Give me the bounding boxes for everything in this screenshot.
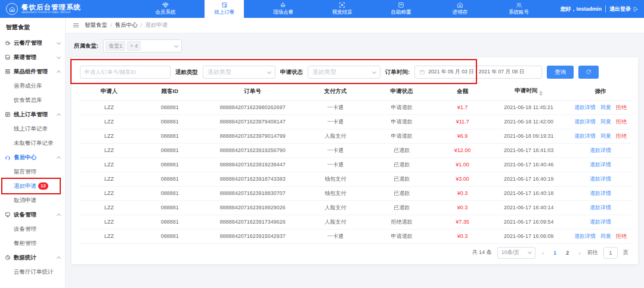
- top-nav-label: 视觉结算: [332, 9, 352, 16]
- action-link[interactable]: 拒绝: [616, 233, 627, 239]
- order-time-range-picker[interactable]: 2021 年 05 月 03 日 - 2021 年 07 月 08 日: [414, 66, 542, 79]
- table-row: LZZ0888818888842071623918830707钱包支付已退款¥0…: [79, 186, 631, 200]
- top-nav-item[interactable]: 视觉结算: [323, 0, 362, 18]
- next-page-button[interactable]: ›: [577, 249, 582, 256]
- sidebar-item[interactable]: 未取餐订单记录: [0, 136, 65, 150]
- cell-pay-method: 一卡通: [305, 143, 366, 157]
- sidebar-item[interactable]: 饮食禁忌库: [0, 93, 65, 107]
- chevron-down-icon: [57, 54, 61, 58]
- action-link[interactable]: 退款详情: [590, 162, 611, 168]
- action-link[interactable]: 退款详情: [574, 119, 596, 125]
- cell-amount: ¥1.00: [438, 157, 487, 172]
- sort-icon[interactable]: [539, 91, 543, 96]
- sidebar-item[interactable]: 餐柜管理: [0, 236, 65, 250]
- apply-status-select[interactable]: 退款类型: [308, 66, 380, 79]
- cell-order-no: 8888842071623918830707: [200, 186, 305, 200]
- column-header: 操作: [570, 83, 631, 100]
- chevron-down-icon: [267, 69, 271, 73]
- user-area: 您好，testadmin 退出登录: [554, 0, 644, 18]
- cell-time: 2021-06-17 16:40:18: [487, 186, 570, 200]
- breadcrumb-bar: 智慧食堂/售后中心/退款申请: [66, 18, 644, 33]
- refund-card: 退款类型 退款类型 申请状态 退款类型 订单时间: 2021 年 05 月 03…: [72, 57, 638, 264]
- column-header: 申请状态: [366, 83, 438, 100]
- sidebar-item[interactable]: 留言管理: [0, 165, 65, 179]
- cell-order-no: 8888842071623979408147: [200, 114, 305, 129]
- action-link[interactable]: 拒绝: [616, 119, 627, 125]
- sidebar-group[interactable]: 线上订单管理: [0, 107, 65, 122]
- action-link[interactable]: 退款详情: [590, 205, 611, 210]
- action-link[interactable]: 同意: [600, 119, 611, 125]
- logo-text: 餐饮后台管理系统 MANAGEMENT SYSTEM OF SMART CANT…: [21, 4, 100, 14]
- cell-pay-method: 一卡通: [305, 100, 366, 114]
- page-size-select[interactable]: 10条/页: [497, 247, 535, 259]
- greeting-text: 您好，testadmin: [560, 5, 602, 13]
- sidebar-item[interactable]: 退款申请12: [0, 179, 65, 193]
- search-button[interactable]: 查询: [547, 66, 574, 79]
- breadcrumb-item[interactable]: 退款申请: [145, 21, 168, 29]
- sidebar-item[interactable]: 线上订单记录: [0, 122, 65, 136]
- cell-amount: ¥12.00: [438, 143, 487, 157]
- search-input[interactable]: [80, 66, 171, 79]
- column-header: 支付方式: [305, 83, 366, 100]
- top-nav-item[interactable]: 会员系统: [145, 0, 185, 18]
- member-system-icon: [162, 2, 169, 8]
- action-link[interactable]: 退款详情: [574, 133, 596, 139]
- cell-amount: ¥3.00: [438, 172, 487, 186]
- action-link[interactable]: 同意: [600, 133, 611, 139]
- refund-type-select[interactable]: 退款类型: [203, 66, 275, 79]
- action-link[interactable]: 退款详情: [590, 176, 611, 182]
- action-link[interactable]: 拒绝: [616, 104, 627, 110]
- refresh-button[interactable]: [578, 66, 599, 79]
- sidebar-group[interactable]: 菜品组件管理: [0, 64, 65, 79]
- collapse-menu-icon[interactable]: [73, 22, 79, 29]
- column-header: 申请时间: [487, 83, 570, 100]
- top-nav-label: 会员系统: [155, 9, 175, 16]
- cell-customer-id: 088881: [140, 172, 200, 186]
- logout-link[interactable]: 退出登录: [609, 5, 638, 13]
- column-header-label: 顾客ID: [162, 88, 179, 94]
- chevron-down-icon: [528, 250, 532, 254]
- action-link[interactable]: 同意: [600, 233, 611, 239]
- breadcrumb-item[interactable]: 售后中心: [115, 21, 138, 29]
- action-link[interactable]: 退款详情: [590, 219, 611, 225]
- page-jump-input[interactable]: [603, 247, 618, 259]
- inventory-icon: [457, 2, 463, 8]
- top-nav-item[interactable]: 系统账号: [499, 0, 538, 18]
- sidebar-group[interactable]: 售后中心: [0, 150, 65, 165]
- top-nav-item[interactable]: 自助称重: [382, 0, 421, 18]
- table-row: LZZ0888818888842071623979014799人脸支付申请退款¥…: [79, 129, 631, 143]
- sidebar-group[interactable]: 数据统计: [0, 250, 65, 265]
- page-number[interactable]: 1: [550, 250, 559, 256]
- sidebar-group[interactable]: 云餐厅管理: [0, 36, 65, 50]
- count-badge: 12: [38, 182, 48, 190]
- cell-applicant: LZZ: [79, 157, 140, 172]
- breadcrumb-item[interactable]: 智慧食堂: [85, 21, 107, 29]
- canteen-select[interactable]: 食堂1 + 4: [103, 39, 182, 52]
- action-link[interactable]: 拒绝: [616, 133, 627, 139]
- sidebar-item[interactable]: 取消申请: [0, 193, 65, 208]
- logout-icon: [633, 7, 638, 12]
- action-link[interactable]: 退款详情: [574, 233, 596, 239]
- cell-actions: 退款详情同意拒绝: [570, 100, 631, 114]
- cell-amount: ¥0.3: [438, 229, 487, 243]
- sidebar-group[interactable]: 设备管理: [0, 208, 65, 222]
- action-link[interactable]: 退款详情: [590, 190, 611, 196]
- chevron-up-icon: [57, 156, 61, 160]
- action-link[interactable]: 退款详情: [574, 104, 596, 110]
- action-link[interactable]: 退款详情: [590, 147, 611, 153]
- sidebar-item[interactable]: 云餐厅订单统计: [0, 265, 65, 279]
- sidebar-item-label: 未取餐订单记录: [14, 140, 54, 147]
- refund-table: 申请人顾客ID订单号支付方式申请状态金额申请时间操作 LZZ0888818888…: [79, 83, 631, 244]
- sidebar-item[interactable]: 设备管理: [0, 222, 65, 236]
- top-nav-item[interactable]: 现场点餐: [264, 0, 303, 18]
- page-number[interactable]: 2: [563, 250, 572, 256]
- cell-status: 已退款: [366, 143, 438, 157]
- sidebar-group[interactable]: 菜谱管理: [0, 50, 65, 64]
- action-link[interactable]: 同意: [600, 104, 611, 110]
- sidebar-item[interactable]: 营养成分库: [0, 79, 65, 93]
- cloud-restaurant-icon: [5, 40, 11, 46]
- cell-applicant: LZZ: [79, 186, 140, 200]
- prev-page-button[interactable]: ‹: [541, 249, 546, 256]
- top-nav-item[interactable]: 进销存: [440, 0, 479, 18]
- top-nav-item[interactable]: 线上订餐: [205, 0, 244, 18]
